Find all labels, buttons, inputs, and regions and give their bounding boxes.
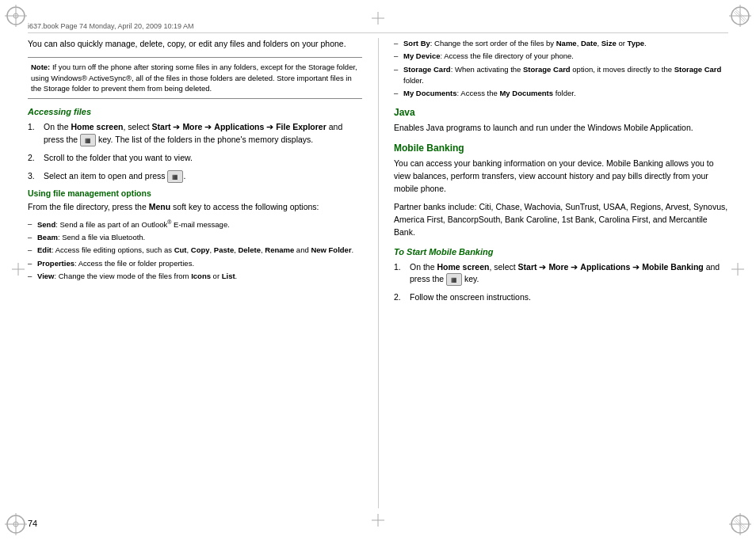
mobile-banking-heading: Mobile Banking	[394, 143, 728, 154]
bullet-edit: – Edit: Access file editing options, suc…	[28, 245, 362, 256]
bullet-sort-by: – Sort By: Change the sort order of the …	[394, 38, 728, 49]
step-3-num: 3.	[28, 170, 44, 183]
bullet-my-documents: – My Documents: Access the My Documents …	[394, 88, 728, 99]
svg-line-8	[736, 10, 746, 20]
mid-right-cross	[731, 263, 744, 277]
note-box: Note: If you turn off the phone after st…	[28, 57, 362, 99]
right-column: – Sort By: Change the sort order of the …	[386, 38, 728, 508]
page-number: 74	[28, 519, 37, 528]
step-1: 1. On the Home screen, select Start ➔ Mo…	[28, 121, 362, 146]
bullet-storage-card: – Storage Card: When activating the Stor…	[394, 64, 728, 87]
step-2-content: Scroll to the folder that you want to vi…	[44, 152, 362, 165]
svg-line-18	[736, 518, 746, 528]
to-start-step-2: 2. Follow the onscreen instructions.	[394, 291, 728, 304]
left-column: You can also quickly manage, delete, cop…	[28, 38, 370, 508]
accessing-files-heading: Accessing files	[28, 107, 362, 116]
bullet-view: – View: Change the view mode of the file…	[28, 271, 362, 282]
to-start-step-1: 1. On the Home screen, select Start ➔ Mo…	[394, 261, 728, 287]
to-start-step-1-content: On the Home screen, select Start ➔ More …	[410, 261, 728, 287]
bullet-my-device: – My Device: Access the file directory o…	[394, 51, 728, 62]
step-2: 2. Scroll to the folder that you want to…	[28, 152, 362, 165]
note-text: If you turn off the phone after storing …	[31, 63, 357, 93]
file-explorer-key-icon: ▦	[80, 134, 96, 146]
mobile-banking-text2: Partner banks include: Citi, Chase, Wach…	[394, 201, 728, 238]
mid-left-cross	[12, 263, 25, 277]
java-heading: Java	[394, 107, 728, 118]
bullet-beam: – Beam: Send a file via Bluetooth.	[28, 232, 362, 243]
svg-line-9	[734, 12, 744, 22]
corner-decoration-tl	[5, 5, 27, 27]
step-1-content: On the Home screen, select Start ➔ More …	[44, 121, 362, 146]
step-1-num: 1.	[28, 121, 44, 146]
corner-decoration-br	[729, 513, 751, 535]
corner-decoration-bl	[5, 513, 27, 535]
to-start-heading: To Start Mobile Banking	[394, 247, 728, 257]
file-management-intro: From the file directory, press the Menu …	[28, 201, 362, 214]
mobile-banking-text1: You can access your banking information …	[394, 158, 728, 195]
bullet-send: – Send: Send a file as part of an Outloo…	[28, 219, 362, 230]
to-start-step-1-num: 1.	[394, 261, 410, 287]
file-management-heading: Using file management options	[28, 188, 362, 198]
mid-bottom-cross	[372, 514, 384, 528]
step-3-content: Select an item to open and press ▦.	[44, 170, 362, 183]
bullet-properties: – Properties: Access the file or folder …	[28, 258, 362, 269]
to-start-step-2-content: Follow the onscreen instructions.	[410, 291, 728, 304]
step-2-num: 2.	[28, 152, 44, 165]
intro-text: You can also quickly manage, delete, cop…	[28, 38, 362, 51]
mobile-banking-key-icon: ▦	[446, 273, 462, 286]
step-3: 3. Select an item to open and press ▦.	[28, 170, 362, 183]
header-text: i637.book Page 74 Monday, April 20, 2009…	[28, 22, 193, 30]
java-text: Enables Java programs to launch and run …	[394, 122, 728, 135]
content-area: You can also quickly manage, delete, cop…	[28, 38, 728, 508]
to-start-step-2-num: 2.	[394, 291, 410, 304]
svg-line-19	[734, 520, 744, 530]
corner-decoration-tr	[729, 5, 751, 27]
mid-top-cross	[372, 12, 384, 26]
note-label: Note:	[31, 63, 50, 71]
select-key-icon: ▦	[167, 170, 183, 183]
